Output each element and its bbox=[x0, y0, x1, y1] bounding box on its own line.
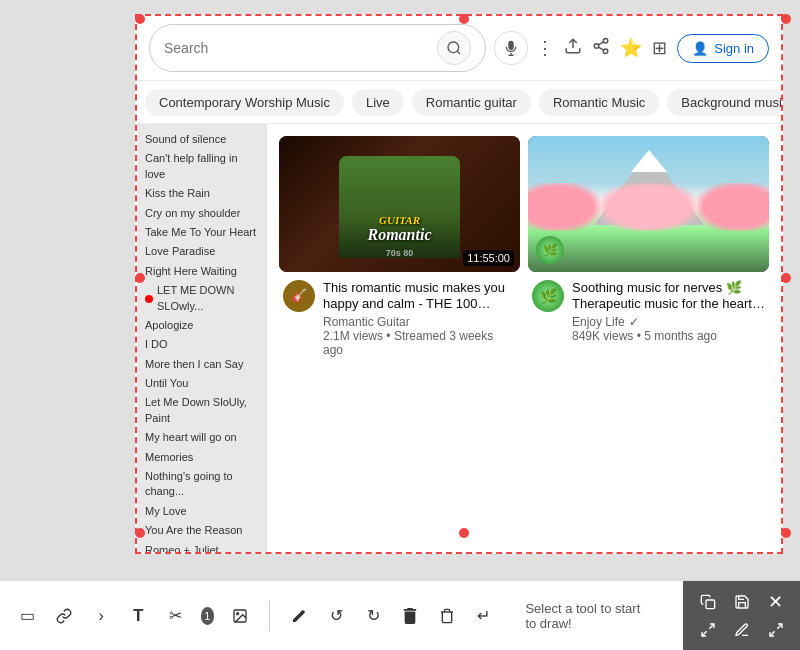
video-title-2: Soothing music for nerves 🌿 Therapeutic … bbox=[572, 280, 765, 314]
user-circle-icon: 👤 bbox=[692, 41, 708, 56]
content-area: Sound of silence Can't help falling in l… bbox=[137, 124, 781, 552]
eraser-btn[interactable] bbox=[288, 601, 311, 631]
save-right-btn[interactable] bbox=[726, 589, 758, 615]
dropdown-btn[interactable]: › bbox=[90, 601, 113, 631]
corner-dot-mr bbox=[781, 273, 791, 283]
video-grid: GUITAR Romantic 70s 80 11:55:00 🎸 This r… bbox=[267, 124, 781, 552]
corner-dot-bl bbox=[135, 528, 145, 538]
video-meta-1: This romantic music makes you happy and … bbox=[323, 280, 516, 358]
playlist-item[interactable]: Until You bbox=[141, 374, 263, 393]
mic-button[interactable] bbox=[494, 31, 528, 65]
filter-chip-guitar[interactable]: Romantic guitar bbox=[412, 89, 531, 116]
text-tool-btn[interactable]: T bbox=[127, 601, 150, 631]
svg-line-16 bbox=[770, 631, 775, 636]
copy-right-btn[interactable] bbox=[692, 589, 724, 615]
corner-dot-ml bbox=[135, 273, 145, 283]
svg-point-5 bbox=[604, 38, 609, 43]
header-actions: ⋮ ⭐ ⊞ 👤 Sign in bbox=[536, 34, 769, 63]
pen-right-btn[interactable] bbox=[726, 617, 758, 643]
svg-rect-12 bbox=[706, 600, 715, 609]
exit-btn[interactable]: ↵ bbox=[472, 601, 495, 631]
playlist-item[interactable]: Can't help falling in love bbox=[141, 149, 263, 184]
playlist-item[interactable]: My heart will go on bbox=[141, 428, 263, 447]
filter-chip-background[interactable]: Background music bbox=[667, 89, 781, 116]
sign-in-label: Sign in bbox=[714, 41, 754, 56]
video-title-1: This romantic music makes you happy and … bbox=[323, 280, 516, 314]
video-stats-2: 849K views • 5 months ago bbox=[572, 329, 765, 343]
playlist-item[interactable]: More then I can Say bbox=[141, 355, 263, 374]
svg-point-6 bbox=[595, 43, 600, 48]
video-info-2: 🌿 Soothing music for nerves 🌿 Therapeuti… bbox=[528, 272, 769, 348]
share-icon[interactable] bbox=[592, 37, 610, 60]
playlist-item-active[interactable]: LET ME DOWN SLOwly... bbox=[141, 281, 263, 316]
bookmark-icon[interactable]: ⭐ bbox=[620, 37, 642, 59]
grid-icon[interactable]: ⊞ bbox=[652, 37, 667, 59]
channel-avatar-1: 🎸 bbox=[283, 280, 315, 312]
expand-right-btn[interactable] bbox=[760, 617, 792, 643]
svg-line-1 bbox=[457, 51, 460, 54]
sign-in-button[interactable]: 👤 Sign in bbox=[677, 34, 769, 63]
delete-btn[interactable] bbox=[399, 601, 422, 631]
filter-chip-live[interactable]: Live bbox=[352, 89, 404, 116]
search-button[interactable] bbox=[437, 31, 471, 65]
svg-point-11 bbox=[236, 612, 238, 614]
playlist-item[interactable]: Sound of silence bbox=[141, 130, 263, 149]
video-channel-2: Enjoy Life ✓ bbox=[572, 315, 765, 329]
crop-resize-btn[interactable] bbox=[692, 617, 724, 643]
playlist-item[interactable]: Apologize bbox=[141, 316, 263, 335]
main-window: ⋮ ⭐ ⊞ 👤 Sign in bbox=[135, 14, 783, 554]
svg-point-0 bbox=[448, 42, 459, 53]
bottom-toolbar: ▭ › T ✂ 1 ↺ ↻ bbox=[0, 580, 800, 650]
playlist-item[interactable]: You Are the Reason bbox=[141, 521, 263, 540]
more-options-icon[interactable]: ⋮ bbox=[536, 37, 554, 59]
playlist-item[interactable]: Let Me Down SloUly, Paint bbox=[141, 393, 263, 428]
filter-chip-romantic[interactable]: Romantic Music bbox=[539, 89, 659, 116]
active-indicator bbox=[145, 295, 153, 303]
video-thumbnail-2: 🌿 bbox=[528, 136, 769, 272]
filter-chip-worship[interactable]: Contemporary Worship Music bbox=[145, 89, 344, 116]
close-right-btn[interactable]: ✕ bbox=[760, 589, 792, 615]
playlist-item[interactable]: Right Here Waiting bbox=[141, 262, 263, 281]
svg-line-13 bbox=[709, 624, 714, 629]
svg-line-9 bbox=[599, 41, 604, 44]
upload-icon[interactable] bbox=[564, 37, 582, 60]
filter-row: Contemporary Worship Music Live Romantic… bbox=[137, 81, 781, 124]
channel-avatar-2: 🌿 bbox=[532, 280, 564, 312]
playlist-item[interactable]: My Love bbox=[141, 502, 263, 521]
playlist-item[interactable]: Romeo + Juliet... bbox=[141, 541, 263, 552]
undo-btn[interactable]: ↺ bbox=[325, 601, 348, 631]
corner-dot-bc bbox=[459, 528, 469, 538]
video-info-1: 🎸 This romantic music makes you happy an… bbox=[279, 272, 520, 362]
image-tool-btn[interactable] bbox=[228, 601, 251, 631]
video-stats-1: 2.1M views • Streamed 3 weeks ago bbox=[323, 329, 516, 357]
playlist-item[interactable]: I DO bbox=[141, 335, 263, 354]
playlist-item[interactable]: Memories bbox=[141, 448, 263, 467]
playlist-item[interactable]: Take Me To Your Heart bbox=[141, 223, 263, 242]
playlist-panel: Sound of silence Can't help falling in l… bbox=[137, 124, 267, 552]
search-input[interactable] bbox=[164, 40, 429, 56]
svg-line-15 bbox=[777, 624, 782, 629]
playlist-item[interactable]: Nothing's going to chang... bbox=[141, 467, 263, 502]
video-card-1[interactable]: GUITAR Romantic 70s 80 11:55:00 🎸 This r… bbox=[275, 132, 524, 544]
video-card-2[interactable]: 🌿 🌿 Soothing music for nerves 🌿 Therapeu… bbox=[524, 132, 773, 544]
toolbar-divider bbox=[269, 601, 270, 631]
playlist-item[interactable]: Love Paradise bbox=[141, 242, 263, 261]
playlist-item[interactable]: Kiss the Rain bbox=[141, 184, 263, 203]
clear-btn[interactable] bbox=[436, 601, 459, 631]
corner-dot-tr bbox=[781, 14, 791, 24]
rectangle-tool-btn[interactable]: ▭ bbox=[16, 601, 39, 631]
video-meta-2: Soothing music for nerves 🌿 Therapeutic … bbox=[572, 280, 765, 344]
corner-dot-tc bbox=[459, 14, 469, 24]
svg-line-14 bbox=[702, 631, 707, 636]
badge-indicator: 1 bbox=[201, 607, 215, 625]
link-tool-btn[interactable] bbox=[53, 601, 76, 631]
video-channel-1: Romantic Guitar bbox=[323, 315, 516, 329]
toolbar-main: ▭ › T ✂ 1 ↺ ↻ bbox=[0, 601, 683, 631]
search-bar[interactable] bbox=[149, 24, 486, 72]
video-thumbnail-1: GUITAR Romantic 70s 80 11:55:00 bbox=[279, 136, 520, 272]
toolbar-hint: Select a tool to start to draw! bbox=[509, 601, 667, 631]
redo-btn[interactable]: ↻ bbox=[362, 601, 385, 631]
crop-tool-btn[interactable]: ✂ bbox=[164, 601, 187, 631]
playlist-item[interactable]: Cry on my shoulder bbox=[141, 204, 263, 223]
verified-icon: ✓ bbox=[629, 315, 639, 329]
